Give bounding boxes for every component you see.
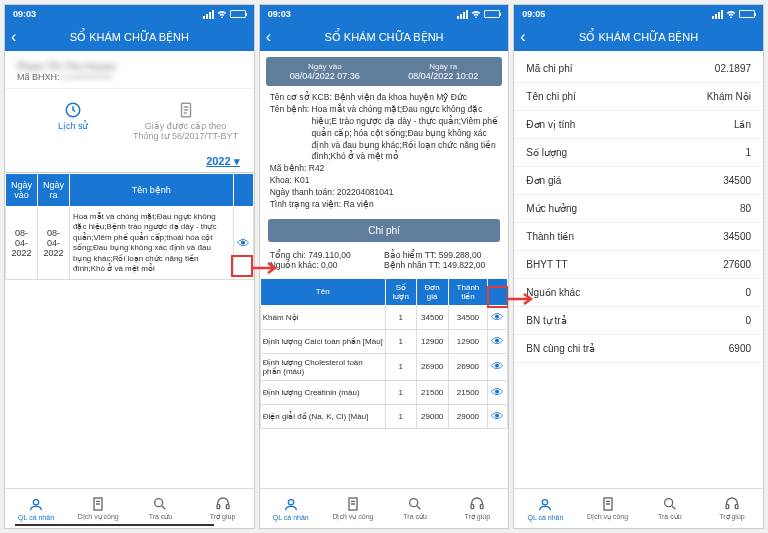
detail-value: Lần [734,119,751,130]
wifi-icon [471,10,481,18]
screen-cost-detail: 09:05 ‹ SỔ KHÁM CHỮA BỆNH Mã chi phí02.1… [513,4,764,529]
view-service-icon[interactable]: 👁 [491,359,504,374]
bottom-nav: QL cá nhân Dịch vụ công Tra cứu Trợ giúp [260,488,509,528]
detail-value: 34500 [723,175,751,186]
nav-search[interactable]: Tra cứu [129,489,191,528]
arrow-1 [252,262,280,274]
svc-qty: 1 [385,380,416,404]
detail-row: Mã chi phí02.1897 [514,55,763,83]
search-icon [407,496,423,512]
status-bar: 09:03 [5,5,254,23]
service-row: Định lượng Calci toàn phần [Máu]11290012… [260,329,508,353]
chi-phi-button[interactable]: Chi phí [268,219,501,242]
svc-qty: 1 [385,404,416,428]
svc-price: 29000 [416,404,448,428]
status-bar: 09:03 [260,5,509,23]
detail-key: Đơn giá [526,175,723,186]
wifi-icon [217,10,227,18]
detail-row: Số lượng1 [514,139,763,167]
search-icon [152,496,168,512]
tab-history[interactable]: Lịch sử [17,95,129,147]
nav-help[interactable]: Trợ giúp [701,489,763,528]
view-service-icon[interactable]: 👁 [491,385,504,400]
tab-certificate[interactable]: Giấy được cấp theo Thông tư 56/2017/TT-B… [129,95,241,147]
battery-icon [230,10,246,18]
app-header: ‹ SỔ KHÁM CHỮA BỆNH [260,23,509,51]
table-row: 08-04-2022 08-04-2022 Hoa mắt và chóng m… [6,207,254,280]
header-title: SỔ KHÁM CHỮA BỆNH [538,31,739,44]
detail-key: Đơn vị tính [526,119,734,130]
nav-services[interactable]: Dịch vụ công [67,489,129,528]
header-title: SỔ KHÁM CHỮA BỆNH [284,31,485,44]
svg-point-12 [543,499,548,504]
view-service-icon[interactable]: 👁 [491,409,504,424]
cell-in: 08-04-2022 [6,207,38,280]
svc-price: 34500 [416,305,448,329]
doc-icon [345,496,361,512]
detail-value: 1 [745,147,751,158]
detail-value: 27600 [723,259,751,270]
svg-point-9 [410,499,418,507]
nav-help[interactable]: Trợ giúp [192,489,254,528]
detail-key: Thành tiền [526,231,723,242]
nav-personal[interactable]: QL cá nhân [5,489,67,528]
signal-icon [457,10,468,19]
detail-key: Nguồn khác [526,287,745,298]
svg-point-14 [664,499,672,507]
nav-services[interactable]: Dịch vụ công [322,489,384,528]
service-table: Tên Số lượn Đơn giá Thành tiền Khám Nội1… [260,278,509,429]
screen-history: 09:03 ‹ SỔ KHÁM CHỮA BỆNH Pham Thi Thu H… [4,4,255,529]
highlight-box-1 [231,255,253,277]
view-detail-icon[interactable]: 👁 [237,236,250,251]
battery-icon [739,10,755,18]
detail-value: 0 [745,315,751,326]
svc-total: 29000 [448,404,488,428]
view-service-icon[interactable]: 👁 [491,334,504,349]
document-icon [177,101,195,119]
header-title: SỔ KHÁM CHỮA BỆNH [29,31,230,44]
svg-rect-16 [735,505,738,509]
col-out: Ngày ra [37,174,69,207]
nav-services[interactable]: Dịch vụ công [577,489,639,528]
date-banner: Ngày vào08/04/2022 07:36 Ngày ra08/04/20… [266,57,503,86]
nav-personal[interactable]: QL cá nhân [260,489,322,528]
clock-icon [64,101,82,119]
app-header: ‹ SỔ KHÁM CHỮA BỆNH [514,23,763,51]
back-icon[interactable]: ‹ [520,28,538,46]
svc-total: 21500 [448,380,488,404]
detail-row: Đơn vị tínhLần [514,111,763,139]
service-row: Định lượng Cholesterol toàn phần (máu)12… [260,353,508,380]
page-indicator [15,524,214,526]
svg-point-2 [33,499,38,504]
status-bar: 09:05 [514,5,763,23]
back-icon[interactable]: ‹ [11,28,29,46]
detail-value: Khám Nội [707,91,751,102]
cost-summary: Tổng chi: 749.110,00Nguồn khác: 0,00 Bảo… [260,246,509,278]
nav-search[interactable]: Tra cứu [384,489,446,528]
detail-value: 02.1897 [715,63,751,74]
svg-point-7 [288,499,293,504]
svc-qty: 1 [385,329,416,353]
cell-disease: Hoa mắt và chóng mặt;Đau ngực không đặc … [69,207,233,280]
headset-icon [724,496,740,512]
svc-price: 26900 [416,353,448,380]
svg-rect-11 [481,505,484,509]
user-icon [537,497,553,513]
year-selector[interactable]: 2022 [5,151,254,173]
detail-row: BN cùng chi trả6900 [514,335,763,363]
col-in: Ngày vào [6,174,38,207]
headset-icon [215,496,231,512]
detail-row: Nguồn khác0 [514,279,763,307]
detail-value: 80 [740,203,751,214]
nav-help[interactable]: Trợ giúp [446,489,508,528]
view-service-icon[interactable]: 👁 [491,310,504,325]
nav-personal[interactable]: QL cá nhân [514,489,576,528]
ma-benh: Mã bệnh: R42 [270,163,499,175]
col-disease: Tên bệnh [69,174,233,207]
svc-price: 12900 [416,329,448,353]
nav-search[interactable]: Tra cứu [639,489,701,528]
bhxh-label: Mã BHXH: [17,72,60,82]
back-icon[interactable]: ‹ [266,28,284,46]
search-icon [662,496,678,512]
svg-rect-5 [217,505,220,509]
